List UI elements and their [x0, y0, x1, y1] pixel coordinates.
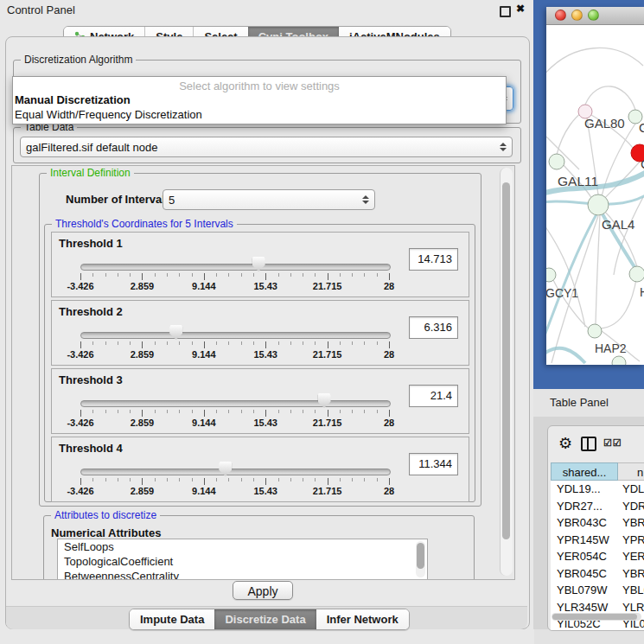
threshold-value-field[interactable]	[409, 248, 458, 271]
zoom-window-icon[interactable]	[588, 10, 599, 21]
scale-tick-label: 28	[361, 281, 417, 291]
node-label: GCY1	[546, 286, 578, 300]
slider-ticks	[80, 341, 389, 349]
attribute-list-item[interactable]: BetweennessCentrality	[58, 569, 427, 580]
cell-shared-name: YDL19...	[551, 481, 617, 498]
bottom-tab-impute-data[interactable]: Impute Data	[130, 609, 214, 629]
threshold-value-field[interactable]	[409, 453, 458, 475]
cell-shared-name: YBR043C	[551, 514, 617, 532]
number-of-intervals-value: 5	[169, 194, 175, 207]
list-scrollbar[interactable]	[416, 541, 425, 577]
table-panel-body: ⚙ ☑☑ shared... n YDL19...YDL1YDR27...YDR…	[533, 417, 644, 629]
threshold-row: Threshold 3-3.4262.8599.14415.4321.71528	[51, 368, 469, 434]
node-label: GAL4	[602, 217, 634, 232]
scale-tick-label: 15.43	[238, 349, 293, 360]
network-window[interactable]: GAL80GACGAL11GAL4GCY1HHAP2	[546, 7, 644, 365]
attributes-group-title: Attributes to discretize	[51, 509, 160, 521]
interval-definition-title: Interval Definition	[47, 167, 134, 179]
threshold-value-field[interactable]	[409, 385, 458, 407]
threshold-slider-track[interactable]	[80, 400, 391, 407]
attribute-list-item[interactable]: TopologicalCoefficient	[58, 554, 427, 569]
threshold-label: Threshold 1	[59, 237, 123, 250]
node-label: H	[640, 285, 644, 299]
scale-tick-label: 9.144	[176, 349, 232, 360]
numerical-attributes-list[interactable]: SelfLoopsTopologicalCoefficientBetweenne…	[57, 539, 428, 580]
threshold-label: Threshold 2	[59, 305, 123, 318]
table-panel-box: ⚙ ☑☑ shared... n YDL19...YDL1YDR27...YDR…	[547, 425, 644, 631]
cell-name: YDL1	[617, 481, 644, 498]
panel-title: Control Panel	[7, 3, 75, 16]
gear-icon[interactable]: ⚙	[558, 434, 572, 453]
table-panel-titlebar: Table Panel	[533, 389, 644, 418]
network-node-green[interactable]	[546, 268, 556, 282]
slider-ticks	[80, 478, 389, 486]
bottom-tab-discretize-data[interactable]: Discretize Data	[214, 609, 316, 629]
scale-tick-label: 9.144	[176, 281, 232, 291]
close-panel-icon[interactable]: ✖	[516, 3, 525, 15]
cell-name: YPR1	[617, 532, 644, 549]
algorithm-dropdown-popup: Select algorithm to view settings Manual…	[12, 76, 507, 124]
network-node-green[interactable]	[588, 194, 609, 215]
attributes-group: Attributes to discretize Numerical Attri…	[43, 515, 475, 580]
threshold-slider-track[interactable]	[80, 469, 391, 475]
interval-definition-group: Interval Definition Number of Intervals …	[39, 173, 481, 507]
table-row[interactable]: YBL079WYBL0	[551, 582, 644, 599]
slider-scale-labels: -3.4262.8599.14415.4321.71528	[80, 349, 389, 360]
attribute-list-item[interactable]: SelfLoops	[58, 539, 427, 554]
table-row[interactable]: YBR045CYBR0	[551, 565, 644, 583]
scale-tick-label: 28	[361, 418, 417, 428]
scale-tick-label: 2.859	[114, 486, 169, 496]
scale-tick-label: -3.426	[53, 486, 108, 496]
threshold-slider-track[interactable]	[80, 264, 391, 271]
table-horizontal-scrollbar[interactable]	[552, 613, 641, 621]
column-header-name[interactable]: n	[618, 462, 644, 481]
dropdown-option-equal-width[interactable]: Equal Width/Frequency Discretization	[15, 108, 202, 121]
slider-scale-labels: -3.4262.8599.14415.4321.71528	[80, 418, 389, 428]
table-row[interactable]: YBR043CYBR0	[551, 514, 644, 532]
network-edge	[600, 275, 637, 328]
settings-scrollbar[interactable]	[500, 168, 513, 576]
table-data-value: galFiltered.sif default node	[26, 141, 157, 154]
combo-stepper-icon	[500, 143, 507, 151]
scale-tick-label: 28	[361, 349, 417, 360]
node-label: C	[641, 156, 644, 171]
table-header-row: shared... n	[551, 462, 644, 481]
network-node-green[interactable]	[612, 356, 626, 365]
number-of-intervals-combobox[interactable]: 5	[163, 189, 375, 210]
checkboxes-icon[interactable]: ☑☑	[603, 437, 622, 449]
table-data-combobox[interactable]: galFiltered.sif default node	[20, 137, 513, 157]
thresholds-group: Threshold's Coordinates for 5 Intervals …	[44, 224, 475, 502]
network-node-green[interactable]	[588, 324, 602, 338]
dropdown-option-manual[interactable]: Manual Discretization	[15, 93, 131, 106]
node-label: GAL80	[584, 116, 625, 131]
threshold-value-field[interactable]	[409, 316, 458, 339]
scale-tick-label: 2.859	[114, 281, 169, 291]
threshold-row: Threshold 2-3.4262.8599.14415.4321.71528	[51, 300, 469, 366]
scale-tick-label: 21.715	[300, 349, 355, 360]
network-node-green[interactable]	[629, 266, 644, 282]
network-window-titlebar[interactable]	[546, 7, 644, 25]
slider-ticks	[80, 273, 389, 281]
table-row[interactable]: YPR145WYPR1	[551, 532, 644, 549]
slider-scale-labels: -3.4262.8599.14415.4321.71528	[80, 486, 389, 496]
float-panel-icon[interactable]	[500, 6, 511, 17]
scale-tick-label: 15.43	[238, 281, 293, 291]
table-row[interactable]: YDL19...YDL1	[551, 481, 644, 498]
apply-button[interactable]: Apply	[233, 581, 293, 600]
network-canvas[interactable]: GAL80GACGAL11GAL4GCY1HHAP2	[546, 24, 644, 365]
table-row[interactable]: YDR27...YDR2	[551, 498, 644, 515]
close-window-icon[interactable]	[555, 10, 566, 21]
bottom-tab-infer-network[interactable]: Infer Network	[316, 609, 409, 629]
network-edge	[546, 48, 643, 76]
table-row[interactable]: YER054CYER0	[551, 548, 644, 565]
network-edge	[614, 197, 643, 275]
split-columns-icon[interactable]	[581, 437, 596, 451]
minimize-window-icon[interactable]	[571, 10, 583, 21]
scale-tick-label: 28	[361, 486, 417, 496]
thresholds-group-title: Threshold's Coordinates for 5 Intervals	[52, 218, 237, 230]
threshold-slider-track[interactable]	[80, 332, 391, 339]
network-node-green[interactable]	[549, 154, 564, 169]
scale-tick-label: 21.715	[300, 486, 355, 496]
column-header-shared-name[interactable]: shared...	[551, 462, 618, 481]
cell-name: YBR0	[617, 514, 644, 532]
